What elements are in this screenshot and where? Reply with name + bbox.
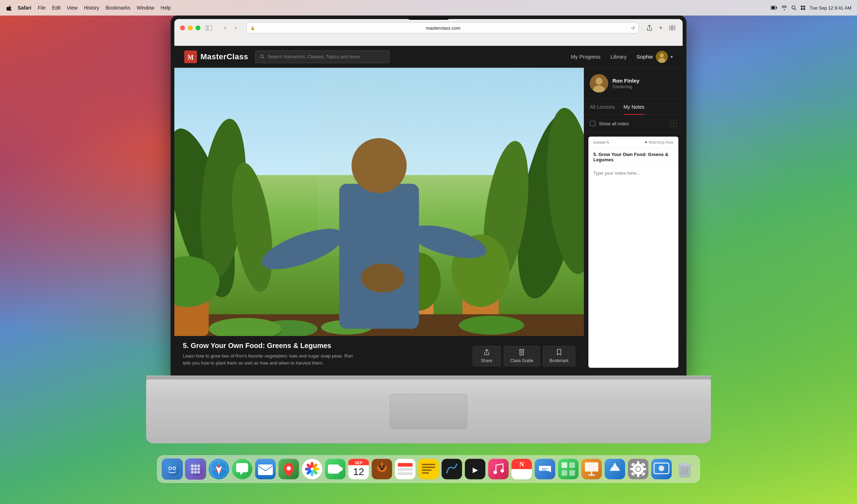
menubar-edit[interactable]: Edit bbox=[52, 5, 60, 11]
svg-point-97 bbox=[380, 468, 384, 470]
dock-keynote[interactable] bbox=[581, 458, 602, 480]
dock-mail[interactable] bbox=[255, 458, 276, 480]
svg-point-60 bbox=[191, 471, 194, 474]
svg-rect-134 bbox=[643, 468, 646, 470]
share-safari-button[interactable] bbox=[645, 23, 654, 33]
menubar-safari[interactable]: Safari bbox=[18, 5, 31, 11]
dock-system-settings[interactable] bbox=[628, 458, 649, 480]
menubar-right: Tue Sep 12 9:41 AM bbox=[771, 5, 851, 11]
svg-point-57 bbox=[191, 468, 194, 470]
my-progress-link[interactable]: My Progress bbox=[571, 54, 600, 60]
dock-safari[interactable] bbox=[208, 458, 229, 480]
watching-dot-icon bbox=[645, 141, 647, 143]
dock-reminders[interactable] bbox=[395, 458, 416, 480]
bookmark-button[interactable]: Bookmark bbox=[543, 346, 575, 366]
dock-numbers[interactable] bbox=[558, 458, 579, 480]
dock-trash[interactable] bbox=[674, 458, 695, 480]
dock-bear[interactable] bbox=[371, 458, 392, 480]
menubar-items: Safari File Edit View History Bookmarks … bbox=[18, 5, 171, 11]
svg-rect-9 bbox=[206, 25, 212, 30]
svg-point-112 bbox=[501, 469, 504, 473]
video-scene bbox=[174, 68, 584, 336]
dock: SEP 12 bbox=[157, 455, 700, 483]
svg-rect-120 bbox=[569, 462, 575, 468]
menubar-file[interactable]: File bbox=[38, 5, 46, 11]
svg-point-46 bbox=[595, 78, 603, 85]
dock-news[interactable]: N bbox=[511, 458, 532, 480]
svg-rect-104 bbox=[422, 467, 435, 468]
svg-rect-7 bbox=[801, 8, 803, 10]
menubar: Safari File Edit View History Bookmarks … bbox=[0, 0, 857, 16]
dock-appstore[interactable] bbox=[604, 458, 625, 480]
sidebar-toggle-button[interactable] bbox=[204, 23, 214, 33]
site-title: MasterClass bbox=[200, 52, 248, 61]
tabs-button[interactable] bbox=[667, 23, 677, 33]
note-input[interactable] bbox=[588, 166, 678, 237]
screen-bezel: ‹ › 🔒 masterclass.com ↺ bbox=[171, 16, 686, 376]
library-link[interactable]: Library bbox=[610, 54, 627, 60]
svg-rect-110 bbox=[488, 459, 509, 479]
tab-my-notes[interactable]: My Notes bbox=[624, 99, 645, 115]
user-menu[interactable]: Sophie ▾ bbox=[636, 51, 673, 63]
masterclass-logo[interactable]: M MasterClass bbox=[184, 50, 248, 63]
trackpad[interactable] bbox=[390, 394, 467, 429]
svg-rect-8 bbox=[803, 8, 805, 10]
menubar-help[interactable]: Help bbox=[161, 5, 171, 11]
back-button[interactable]: ‹ bbox=[220, 23, 230, 33]
menubar-bookmarks[interactable]: Bookmarks bbox=[106, 5, 130, 11]
safari-right-tools: + bbox=[645, 23, 677, 33]
dock-calendar[interactable]: SEP 12 bbox=[348, 458, 369, 480]
class-guide-button[interactable]: Class Guide bbox=[504, 346, 540, 366]
dock-screensaver[interactable] bbox=[651, 458, 672, 480]
dock-launchpad[interactable] bbox=[185, 458, 206, 480]
menubar-history[interactable]: History bbox=[84, 5, 100, 11]
site-header: M MasterClass Search Instructors, Classe… bbox=[174, 46, 683, 68]
dock-feedback[interactable] bbox=[534, 458, 556, 480]
tab-all-lessons[interactable]: All Lessons bbox=[590, 99, 615, 115]
close-button[interactable] bbox=[180, 25, 185, 30]
dock-appletv[interactable]: ▶ bbox=[465, 458, 486, 480]
dock-notes[interactable] bbox=[418, 458, 439, 480]
minimize-button[interactable] bbox=[188, 25, 193, 30]
notes-info-button[interactable]: i bbox=[670, 120, 677, 127]
forward-button[interactable]: › bbox=[231, 23, 241, 33]
reload-button[interactable]: ↺ bbox=[631, 25, 635, 31]
svg-rect-99 bbox=[398, 463, 413, 467]
notes-header: Show all notes i bbox=[584, 115, 683, 132]
svg-point-62 bbox=[197, 471, 200, 474]
svg-point-141 bbox=[659, 466, 664, 471]
video-player[interactable] bbox=[174, 68, 584, 336]
svg-point-54 bbox=[191, 464, 194, 467]
share-icon bbox=[484, 349, 490, 357]
screen-content: ‹ › 🔒 masterclass.com ↺ bbox=[174, 19, 683, 372]
share-button[interactable]: Share bbox=[473, 346, 501, 366]
search-placeholder: Search Instructors, Classes, Topics and … bbox=[268, 54, 360, 59]
dock-finder[interactable] bbox=[162, 458, 183, 480]
search-menu-icon[interactable] bbox=[791, 5, 796, 10]
svg-rect-122 bbox=[569, 470, 575, 476]
svg-line-18 bbox=[263, 57, 264, 59]
svg-point-96 bbox=[383, 466, 385, 468]
dock-freeform[interactable] bbox=[441, 458, 462, 480]
svg-point-61 bbox=[194, 471, 197, 474]
menubar-window[interactable]: Window bbox=[137, 5, 154, 11]
zoom-button[interactable] bbox=[196, 25, 200, 30]
apple-menu[interactable] bbox=[6, 5, 12, 11]
lock-icon: 🔒 bbox=[250, 26, 255, 30]
search-bar[interactable]: Search Instructors, Classes, Topics and … bbox=[255, 50, 389, 63]
show-all-notes-checkbox[interactable] bbox=[590, 121, 595, 126]
dock-messages[interactable] bbox=[232, 458, 253, 480]
svg-text:N: N bbox=[520, 461, 524, 468]
class-guide-label: Class Guide bbox=[510, 358, 533, 363]
laptop-frame: ‹ › 🔒 masterclass.com ↺ bbox=[128, 16, 729, 474]
new-tab-button[interactable]: + bbox=[656, 23, 666, 33]
dock-photos[interactable] bbox=[301, 458, 323, 480]
dock-maps[interactable] bbox=[278, 458, 299, 480]
svg-point-40 bbox=[361, 264, 404, 293]
camera-notch bbox=[407, 17, 450, 20]
control-center-icon[interactable] bbox=[801, 5, 805, 10]
menubar-view[interactable]: View bbox=[67, 5, 78, 11]
dock-facetime[interactable] bbox=[325, 458, 346, 480]
url-bar[interactable]: 🔒 masterclass.com ↺ bbox=[246, 22, 639, 34]
dock-music[interactable] bbox=[488, 458, 509, 480]
